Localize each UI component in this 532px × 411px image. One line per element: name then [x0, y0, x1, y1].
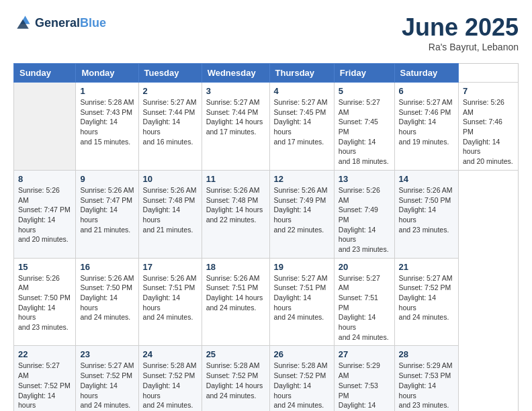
calendar-header-row: Sunday Monday Tuesday Wednesday Thursday…: [14, 64, 519, 83]
day-info: Sunrise: 5:28 AMSunset: 7:43 PMDaylight:…: [80, 97, 134, 146]
day-info: Sunrise: 5:27 AMSunset: 7:52 PMDaylight:…: [399, 273, 454, 322]
day-number: 20: [339, 262, 390, 272]
day-info: Sunrise: 5:27 AMSunset: 7:45 PMDaylight:…: [339, 97, 390, 167]
table-row: [14, 83, 76, 171]
day-info: Sunrise: 5:27 AMSunset: 7:45 PMDaylight:…: [274, 97, 330, 146]
table-row: 6Sunrise: 5:27 AMSunset: 7:46 PMDaylight…: [394, 83, 458, 171]
day-info: Sunrise: 5:26 AMSunset: 7:48 PMDaylight:…: [143, 185, 197, 234]
table-row: 25Sunrise: 5:28 AMSunset: 7:52 PMDayligh…: [202, 346, 269, 411]
header-saturday: Saturday: [394, 64, 458, 83]
logo: GeneralBlue: [13, 13, 106, 32]
day-info: Sunrise: 5:28 AMSunset: 7:52 PMDaylight:…: [143, 361, 197, 410]
day-info: Sunrise: 5:26 AMSunset: 7:51 PMDaylight:…: [206, 273, 265, 313]
calendar-week-row: 1Sunrise: 5:28 AMSunset: 7:43 PMDaylight…: [14, 83, 519, 171]
header-sunday: Sunday: [14, 64, 76, 83]
table-row: 21Sunrise: 5:27 AMSunset: 7:52 PMDayligh…: [394, 258, 458, 346]
title-block: June 2025 Ra's Bayrut, Lebanon: [402, 13, 519, 52]
header-wednesday: Wednesday: [202, 64, 269, 83]
table-row: 18Sunrise: 5:26 AMSunset: 7:51 PMDayligh…: [202, 258, 269, 346]
table-row: 12Sunrise: 5:26 AMSunset: 7:49 PMDayligh…: [269, 170, 334, 258]
table-row: 20Sunrise: 5:27 AMSunset: 7:51 PMDayligh…: [334, 258, 394, 346]
day-info: Sunrise: 5:27 AMSunset: 7:44 PMDaylight:…: [206, 97, 265, 137]
day-number: 14: [399, 174, 454, 184]
table-row: 26Sunrise: 5:28 AMSunset: 7:52 PMDayligh…: [269, 346, 334, 411]
table-row: 10Sunrise: 5:26 AMSunset: 7:48 PMDayligh…: [138, 170, 202, 258]
day-number: 17: [143, 262, 197, 272]
day-number: 9: [80, 174, 134, 184]
table-row: 15Sunrise: 5:26 AMSunset: 7:50 PMDayligh…: [14, 258, 76, 346]
header-monday: Monday: [76, 64, 138, 83]
day-info: Sunrise: 5:26 AMSunset: 7:51 PMDaylight:…: [143, 273, 197, 322]
header-tuesday: Tuesday: [138, 64, 202, 83]
day-number: 19: [274, 262, 330, 272]
day-info: Sunrise: 5:27 AMSunset: 7:52 PMDaylight:…: [80, 361, 134, 410]
table-row: 3Sunrise: 5:27 AMSunset: 7:44 PMDaylight…: [202, 83, 269, 171]
day-info: Sunrise: 5:27 AMSunset: 7:51 PMDaylight:…: [274, 273, 330, 322]
day-number: 24: [143, 349, 197, 359]
logo-blue: Blue: [80, 16, 106, 30]
page-header: GeneralBlue June 2025 Ra's Bayrut, Leban…: [13, 13, 519, 52]
table-row: 1Sunrise: 5:28 AMSunset: 7:43 PMDaylight…: [76, 83, 138, 171]
table-row: 19Sunrise: 5:27 AMSunset: 7:51 PMDayligh…: [269, 258, 334, 346]
calendar-week-row: 8Sunrise: 5:26 AMSunset: 7:47 PMDaylight…: [14, 170, 519, 258]
day-number: 23: [80, 349, 134, 359]
table-row: 13Sunrise: 5:26 AMSunset: 7:49 PMDayligh…: [334, 170, 394, 258]
day-number: 26: [274, 349, 330, 359]
day-number: 15: [18, 262, 71, 272]
day-number: 22: [18, 349, 71, 359]
calendar-title: June 2025: [402, 13, 519, 42]
day-info: Sunrise: 5:27 AMSunset: 7:52 PMDaylight:…: [18, 361, 71, 411]
day-info: Sunrise: 5:28 AMSunset: 7:52 PMDaylight:…: [206, 361, 265, 400]
table-row: 16Sunrise: 5:26 AMSunset: 7:50 PMDayligh…: [76, 258, 138, 346]
table-row: 2Sunrise: 5:27 AMSunset: 7:44 PMDaylight…: [138, 83, 202, 171]
day-number: 4: [274, 86, 330, 96]
calendar-week-row: 22Sunrise: 5:27 AMSunset: 7:52 PMDayligh…: [14, 346, 519, 411]
logo-general: General: [35, 16, 80, 30]
day-info: Sunrise: 5:26 AMSunset: 7:49 PMDaylight:…: [274, 185, 330, 234]
logo-icon: [13, 13, 32, 32]
table-row: 4Sunrise: 5:27 AMSunset: 7:45 PMDaylight…: [269, 83, 334, 171]
day-info: Sunrise: 5:26 AMSunset: 7:46 PMDaylight:…: [463, 97, 514, 167]
day-info: Sunrise: 5:26 AMSunset: 7:50 PMDaylight:…: [18, 273, 71, 332]
header-thursday: Thursday: [269, 64, 334, 83]
day-number: 12: [274, 174, 330, 184]
table-row: 23Sunrise: 5:27 AMSunset: 7:52 PMDayligh…: [76, 346, 138, 411]
day-number: 5: [339, 86, 390, 96]
day-number: 1: [80, 86, 134, 96]
day-info: Sunrise: 5:26 AMSunset: 7:50 PMDaylight:…: [399, 185, 454, 234]
day-number: 8: [18, 174, 71, 184]
day-number: 28: [399, 349, 454, 359]
calendar-location: Ra's Bayrut, Lebanon: [402, 42, 519, 52]
day-info: Sunrise: 5:29 AMSunset: 7:53 PMDaylight:…: [399, 361, 454, 410]
table-row: 7Sunrise: 5:26 AMSunset: 7:46 PMDaylight…: [458, 83, 518, 171]
day-info: Sunrise: 5:27 AMSunset: 7:46 PMDaylight:…: [399, 97, 454, 146]
day-info: Sunrise: 5:27 AMSunset: 7:51 PMDaylight:…: [339, 273, 390, 342]
table-row: 17Sunrise: 5:26 AMSunset: 7:51 PMDayligh…: [138, 258, 202, 346]
table-row: 27Sunrise: 5:29 AMSunset: 7:53 PMDayligh…: [334, 346, 394, 411]
table-row: 8Sunrise: 5:26 AMSunset: 7:47 PMDaylight…: [14, 170, 76, 258]
header-friday: Friday: [334, 64, 394, 83]
table-row: 9Sunrise: 5:26 AMSunset: 7:47 PMDaylight…: [76, 170, 138, 258]
day-number: 13: [339, 174, 390, 184]
table-row: 28Sunrise: 5:29 AMSunset: 7:53 PMDayligh…: [394, 346, 458, 411]
day-info: Sunrise: 5:26 AMSunset: 7:48 PMDaylight:…: [206, 185, 265, 225]
day-number: 16: [80, 262, 134, 272]
day-number: 7: [463, 86, 514, 96]
day-info: Sunrise: 5:26 AMSunset: 7:47 PMDaylight:…: [18, 185, 71, 244]
table-row: 14Sunrise: 5:26 AMSunset: 7:50 PMDayligh…: [394, 170, 458, 258]
day-info: Sunrise: 5:27 AMSunset: 7:44 PMDaylight:…: [143, 97, 197, 146]
day-info: Sunrise: 5:26 AMSunset: 7:49 PMDaylight:…: [339, 185, 390, 255]
calendar-table: Sunday Monday Tuesday Wednesday Thursday…: [13, 63, 519, 411]
day-info: Sunrise: 5:29 AMSunset: 7:53 PMDaylight:…: [339, 361, 390, 411]
day-number: 18: [206, 262, 265, 272]
day-number: 10: [143, 174, 197, 184]
day-number: 6: [399, 86, 454, 96]
day-number: 3: [206, 86, 265, 96]
day-number: 2: [143, 86, 197, 96]
day-number: 11: [206, 174, 265, 184]
table-row: 5Sunrise: 5:27 AMSunset: 7:45 PMDaylight…: [334, 83, 394, 171]
day-number: 27: [339, 349, 390, 359]
day-number: 21: [399, 262, 454, 272]
table-row: 24Sunrise: 5:28 AMSunset: 7:52 PMDayligh…: [138, 346, 202, 411]
day-info: Sunrise: 5:26 AMSunset: 7:47 PMDaylight:…: [80, 185, 134, 234]
